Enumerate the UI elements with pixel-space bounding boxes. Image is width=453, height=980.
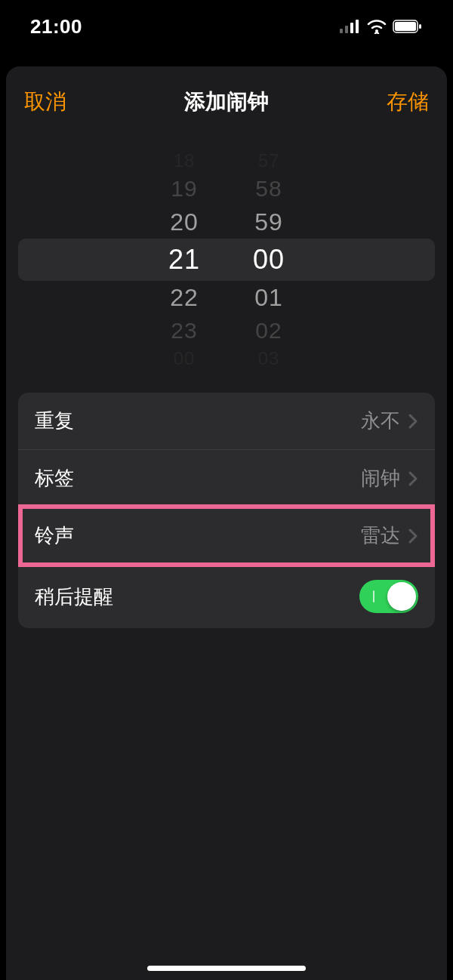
svg-point-4 <box>375 29 378 32</box>
svg-rect-3 <box>356 20 359 33</box>
picker-item: 03 <box>258 347 280 370</box>
home-indicator[interactable] <box>147 966 306 971</box>
status-time: 21:00 <box>30 15 82 39</box>
sound-row[interactable]: 铃声 雷达 <box>18 507 435 565</box>
picker-item: 59 <box>254 205 283 239</box>
svg-rect-0 <box>340 29 343 33</box>
svg-rect-1 <box>345 26 348 33</box>
modal-header: 取消 添加闹钟 存储 <box>6 82 447 124</box>
picker-item: 58 <box>255 172 282 205</box>
cancel-button[interactable]: 取消 <box>24 88 66 116</box>
add-alarm-modal: 取消 添加闹钟 存储 18 19 20 21 22 23 00 57 58 59… <box>6 66 447 980</box>
row-value: 闹钟 <box>361 465 400 492</box>
snooze-toggle[interactable] <box>359 580 418 613</box>
toggle-knob <box>387 582 416 611</box>
row-label: 稍后提醒 <box>35 584 113 610</box>
row-label: 重复 <box>35 408 74 434</box>
status-bar: 21:00 <box>0 0 453 53</box>
wifi-icon <box>367 19 387 34</box>
chevron-right-icon <box>408 528 418 544</box>
label-row[interactable]: 标签 闹钟 <box>18 450 435 507</box>
toggle-on-indicator <box>373 590 374 602</box>
svg-rect-6 <box>395 22 416 31</box>
row-value: 永不 <box>361 408 400 434</box>
picker-item: 22 <box>170 281 199 314</box>
repeat-row[interactable]: 重复 永不 <box>18 393 435 450</box>
picker-item: 18 <box>174 149 196 172</box>
battery-icon <box>393 20 423 33</box>
picker-item: 57 <box>258 149 280 172</box>
row-label: 铃声 <box>35 522 74 549</box>
status-icons <box>340 19 423 34</box>
picker-item: 20 <box>170 205 199 239</box>
picker-item-selected: 00 <box>253 239 285 281</box>
svg-rect-2 <box>350 23 353 33</box>
settings-list: 重复 永不 标签 闹钟 铃声 雷达 稍后提醒 <box>18 393 435 628</box>
cellular-icon <box>340 20 361 33</box>
snooze-row: 稍后提醒 <box>18 565 435 628</box>
time-picker[interactable]: 18 19 20 21 22 23 00 57 58 59 00 01 02 0… <box>6 154 447 365</box>
picker-item: 19 <box>171 172 197 205</box>
chevron-right-icon <box>408 470 418 487</box>
picker-item-selected: 21 <box>168 239 200 281</box>
picker-item: 02 <box>255 314 282 347</box>
picker-item: 00 <box>174 347 196 370</box>
hour-column[interactable]: 18 19 20 21 22 23 00 <box>168 154 200 365</box>
row-value: 雷达 <box>361 522 400 549</box>
picker-item: 23 <box>171 314 197 347</box>
row-label: 标签 <box>35 465 74 492</box>
chevron-right-icon <box>408 413 418 430</box>
save-button[interactable]: 存储 <box>387 88 429 116</box>
minute-column[interactable]: 57 58 59 00 01 02 03 <box>253 154 285 365</box>
picker-item: 01 <box>254 281 283 314</box>
modal-title: 添加闹钟 <box>184 88 269 116</box>
svg-rect-7 <box>419 24 421 29</box>
